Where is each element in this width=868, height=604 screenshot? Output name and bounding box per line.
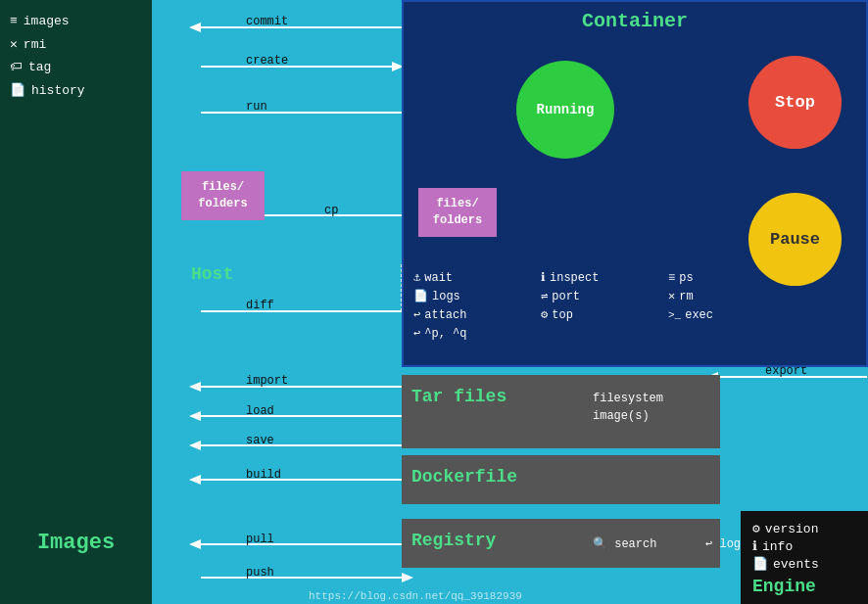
exec-icon: >_ (668, 309, 681, 321)
filesystem-label: filesystem (593, 392, 663, 405)
svg-marker-21 (189, 539, 201, 549)
commit-label: commit (246, 15, 288, 28)
main-content: commit create run cp diff import export … (152, 0, 868, 604)
port-icon: ⇌ (541, 289, 548, 303)
version-item: ⚙ version (752, 521, 856, 536)
port-cmd: ⇌port (541, 289, 668, 303)
svg-marker-15 (189, 411, 201, 421)
sidebar-item-rmi[interactable]: ✕ rmi (10, 36, 142, 52)
sidebar-item-tag[interactable]: 🏷 tag (10, 60, 142, 74)
running-state: Running (516, 61, 614, 159)
commands-grid: ⚓wait ℹinspect ≡ps 📄logs ⇌port ✕rm ↩atta… (413, 270, 796, 341)
cp-label: cp (324, 204, 338, 217)
list-icon: ≡ (10, 14, 18, 28)
svg-marker-19 (189, 475, 201, 485)
x-icon2: ✕ (668, 289, 675, 303)
sidebar-item-history[interactable]: 📄 history (10, 82, 142, 98)
engine-section: ⚙ version ℹ info 📄 events Engine (741, 511, 868, 604)
attach-icon: ↩ (413, 307, 420, 322)
tarfiles-title: Tar files (411, 387, 506, 406)
registry-title: Registry (411, 531, 496, 550)
build-label: build (246, 468, 281, 482)
rm-cmd: ✕rm (668, 289, 796, 303)
load-label: load (246, 404, 274, 418)
svg-marker-11 (189, 382, 201, 392)
tag-icon: 🏷 (10, 60, 23, 74)
svg-marker-23 (402, 573, 413, 582)
host-label: Host (191, 264, 233, 284)
x-icon: ✕ (10, 36, 18, 52)
images-label: image(s) (593, 409, 650, 423)
run-label: run (246, 100, 267, 114)
doc-icon3: 📄 (752, 556, 768, 572)
attach-cmd: ↩attach (413, 307, 541, 322)
dockerfile-title: Dockerfile (411, 467, 517, 487)
pull-label: pull (246, 533, 274, 546)
search-cmd: 🔍 search (593, 536, 656, 551)
sidebar-item-images[interactable]: ≡ images (10, 14, 142, 28)
stop-state: Stop (748, 56, 842, 149)
list-icon2: ≡ (668, 271, 675, 285)
arrow-icon: ↩ (413, 326, 420, 341)
svg-marker-1 (189, 23, 201, 32)
doc-icon2: 📄 (413, 289, 428, 303)
svg-marker-17 (189, 441, 201, 450)
logs-cmd: 📄logs (413, 289, 541, 303)
container-files-box: files/folders (418, 188, 497, 237)
host-files-box: files/folders (181, 171, 265, 220)
import-label: import (246, 374, 288, 388)
save-label: save (246, 434, 274, 447)
wait-cmd: ⚓wait (413, 270, 541, 285)
push-label: push (246, 566, 274, 580)
inspect-cmd: ℹinspect (541, 270, 668, 285)
doc-icon: 📄 (10, 82, 25, 98)
engine-title: Engine (752, 577, 856, 596)
anchor-icon: ⚓ (413, 270, 420, 285)
info-item: ℹ info (752, 538, 856, 554)
ctrl-pq-cmd: ↩^p, ^q (413, 326, 541, 341)
events-item: 📄 events (752, 556, 856, 572)
images-section-label: Images (10, 531, 142, 555)
exec-cmd: >_exec (668, 307, 796, 322)
gear-icon2: ⚙ (752, 521, 760, 536)
info-icon2: ℹ (752, 538, 757, 554)
ps-cmd: ≡ps (668, 270, 796, 285)
info-icon: ℹ (541, 270, 546, 285)
diff-label: diff (246, 299, 274, 312)
container-section: Container Running Stop Pause files/folde… (402, 0, 868, 367)
container-title: Container (582, 10, 688, 32)
top-cmd: ⚙top (541, 307, 668, 322)
sidebar: ≡ images ✕ rmi 🏷 tag 📄 history Images (0, 0, 152, 604)
watermark: https://blog.csdn.net/qq_39182939 (309, 590, 522, 602)
create-label: create (246, 54, 288, 68)
gear-icon: ⚙ (541, 307, 548, 322)
